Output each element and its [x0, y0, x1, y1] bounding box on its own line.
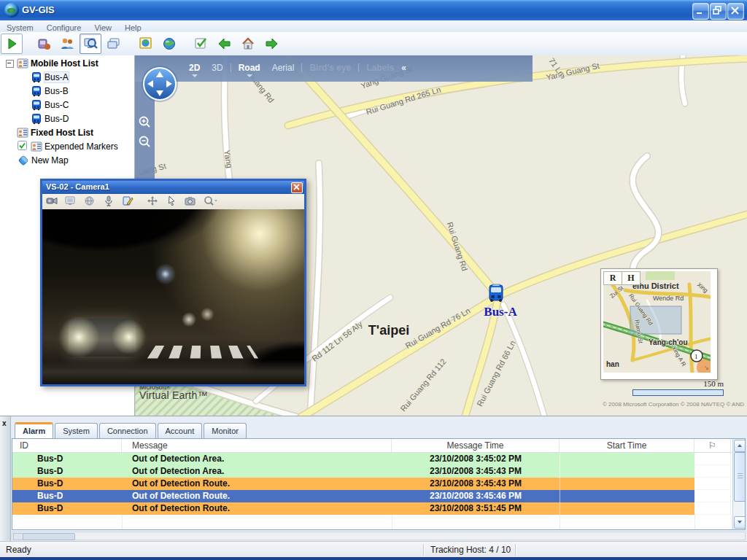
map-style-bird-s-eye: Bird's eye [303, 61, 357, 74]
minimap-label: Wende Rd [653, 295, 684, 302]
tree-item-label: Bus-C [44, 100, 69, 110]
table-row[interactable]: Bus-DOut of Detection Route.23/10/2008 3… [12, 502, 745, 515]
cell-message: Out of Detection Area. [122, 465, 392, 478]
camera-close-button[interactable] [291, 182, 303, 193]
tab-monitor[interactable]: Monitor [204, 423, 247, 438]
scroll-down-icon[interactable] [734, 516, 746, 529]
map-style-aerial[interactable]: Aerial [266, 61, 301, 74]
tree-item-new-map[interactable]: New Map [0, 155, 134, 166]
minimap-resize-handle[interactable]: ↘ [703, 364, 709, 371]
menu-view[interactable]: View [88, 23, 118, 33]
map-toolbar-separator [358, 63, 359, 72]
camera-zoom-icon[interactable] [201, 195, 217, 208]
tree-expander-icon[interactable] [6, 60, 14, 68]
edit-mode-button[interactable] [190, 34, 212, 54]
accounts-button[interactable] [56, 34, 78, 54]
menu-help[interactable]: Help [118, 23, 148, 33]
camera-window[interactable]: VS-02 - Camera1 [40, 179, 306, 386]
column-header-message[interactable]: Message [122, 439, 392, 452]
cell-message-time: 23/10/2008 3:51:45 PM [392, 502, 560, 515]
bus-icon [31, 113, 42, 125]
home-button[interactable] [237, 34, 259, 54]
minimap-hybrid-button[interactable]: H [622, 271, 640, 285]
tree-item-label: Fixed Host List [31, 128, 93, 138]
menu-system[interactable]: System [0, 23, 40, 33]
cell-start-time [560, 490, 694, 502]
forward-button[interactable] [260, 34, 282, 54]
hostlist-icon [17, 58, 28, 69]
window-title: GV-GIS [22, 4, 55, 15]
tree-item-fixed-host-list[interactable]: Fixed Host List [0, 127, 134, 139]
overview-minimap[interactable]: 1 eihu DistrictWende RdYang-ch'ouhanZui … [600, 268, 718, 380]
checkbox-checked-icon[interactable] [18, 141, 28, 152]
map-zoom-in-button[interactable] [138, 115, 152, 129]
camera-cursor-icon[interactable] [163, 195, 179, 208]
map-zoom-out-button[interactable] [138, 135, 152, 149]
map-style-3d[interactable]: 3D [206, 61, 228, 74]
camera-globe-icon[interactable] [82, 195, 98, 208]
table-row[interactable]: Bus-DOut of Detection Route.23/10/2008 3… [12, 478, 745, 490]
tree-item-bus-b[interactable]: Bus-B [0, 85, 134, 97]
camera-camcorder-icon[interactable] [44, 195, 60, 208]
windows-button[interactable] [103, 34, 125, 54]
table-empty-area [12, 515, 745, 530]
tree-item-bus-c[interactable]: Bus-C [0, 99, 134, 111]
panel-grip[interactable] [0, 416, 11, 542]
cell-filter [694, 490, 731, 502]
tab-connection[interactable]: Connection [99, 423, 156, 438]
tab-system[interactable]: System [55, 423, 98, 438]
cell-message: Out of Detection Route. [122, 478, 392, 490]
bus-icon [31, 71, 42, 83]
view-monitor-button[interactable] [80, 34, 101, 54]
scroll-thumb[interactable] [734, 452, 746, 502]
tab-account[interactable]: Account [158, 423, 203, 438]
camera-edit-icon[interactable] [120, 195, 136, 208]
tree-item-bus-d[interactable]: Bus-D [0, 113, 134, 125]
scroll-up-icon[interactable] [734, 440, 746, 452]
start-monitor-button[interactable] [1, 34, 23, 54]
tree-item-expended-markers[interactable]: Expended Markers [0, 141, 134, 152]
app-logo-globe-icon [4, 3, 19, 18]
column-header-message-time[interactable]: Message Time [392, 439, 560, 452]
panel-close-icon[interactable]: x [2, 420, 7, 427]
status-ready-text: Ready [6, 545, 31, 555]
map-style-road[interactable]: Road [233, 61, 266, 74]
table-vertical-scrollbar[interactable] [732, 439, 745, 529]
camera-move-icon[interactable] [144, 195, 160, 208]
table-row[interactable]: Bus-DOut of Detection Route.23/10/2008 3… [12, 490, 745, 502]
tracking-host-text: Tracking Host: 4 / 10 [430, 545, 511, 555]
tree-item-bus-a[interactable]: Bus-A [0, 71, 134, 83]
camera-video-feed [42, 209, 304, 384]
map-monitor-button[interactable] [135, 34, 157, 54]
map-pan-compass[interactable] [140, 64, 179, 106]
column-header-start-time[interactable]: Start Time [560, 439, 694, 452]
minimap-road-button[interactable]: R [603, 271, 622, 285]
map-style-2d[interactable]: 2D [183, 61, 206, 74]
cell-id: Bus-D [12, 478, 122, 490]
back-button[interactable] [214, 34, 236, 54]
tree-item-mobile-host-list[interactable]: Mobile Host List [0, 58, 134, 69]
table-row[interactable]: Bus-DOut of Detection Area.23/10/2008 3:… [12, 465, 745, 478]
title-bar[interactable]: GV-GIS [0, 0, 747, 20]
host-settings-button[interactable] [33, 34, 55, 54]
filter-flag-icon[interactable]: ⚐ [694, 439, 731, 452]
column-header-id[interactable]: ID [12, 439, 122, 452]
camera-monitor-icon[interactable] [63, 195, 79, 208]
cell-id: Bus-D [12, 490, 122, 502]
camera-title-bar[interactable]: VS-02 - Camera1 [42, 181, 304, 194]
minimize-button[interactable] [692, 3, 709, 20]
hscroll-left-icon[interactable] [13, 533, 23, 540]
hscroll-thumb[interactable] [23, 533, 75, 540]
restore-button[interactable] [710, 3, 727, 20]
table-horizontal-scrollbar[interactable] [12, 532, 746, 540]
map-style--[interactable]: « [400, 61, 408, 74]
globe-button[interactable] [158, 34, 180, 54]
table-row[interactable]: Bus-DOut of Detection Area.23/10/2008 3:… [12, 453, 745, 465]
menu-configure[interactable]: Configure [40, 23, 88, 33]
tab-alarm[interactable]: Alarm [15, 422, 53, 438]
close-button[interactable] [727, 3, 744, 20]
camera-snapshot-icon[interactable] [182, 195, 198, 208]
minimap-label: han [606, 360, 619, 368]
camera-mic-icon[interactable] [101, 195, 117, 208]
bus-a-marker-icon[interactable] [487, 284, 506, 306]
